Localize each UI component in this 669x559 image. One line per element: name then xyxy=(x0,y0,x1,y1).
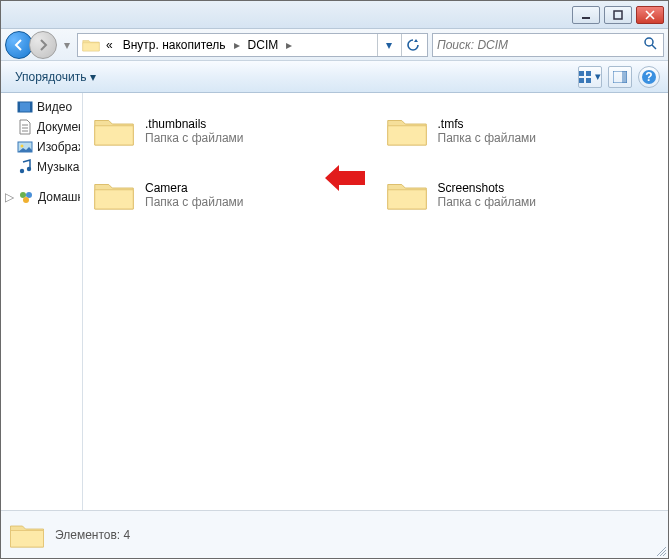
refresh-button[interactable] xyxy=(401,34,423,56)
breadcrumb-root[interactable]: « xyxy=(102,36,117,54)
chevron-right-icon[interactable]: ▸ xyxy=(284,38,294,52)
maximize-button[interactable] xyxy=(604,6,632,24)
sidebar-item-label: Музыка xyxy=(37,160,79,174)
svg-point-2 xyxy=(645,38,653,46)
organize-menu[interactable]: Упорядочить ▾ xyxy=(9,66,102,88)
sidebar-item-homegroup[interactable]: ▷ Домашняя группа xyxy=(3,187,80,207)
svg-point-20 xyxy=(23,197,29,203)
sidebar-item-documents[interactable]: Документы xyxy=(3,117,80,137)
svg-point-15 xyxy=(21,145,24,148)
address-bar[interactable]: « Внутр. накопитель ▸ DCIM ▸ ▾ xyxy=(77,33,428,57)
folder-icon xyxy=(9,520,45,550)
folder-name: .thumbnails xyxy=(145,117,244,131)
folder-icon xyxy=(93,177,135,213)
arrow-right-icon xyxy=(36,38,50,52)
svg-rect-11 xyxy=(18,102,32,112)
folder-item-tmfs[interactable]: .tmfs Папка с файлами xyxy=(382,103,663,159)
organize-label: Упорядочить xyxy=(15,70,86,84)
video-icon xyxy=(17,99,33,115)
content-area[interactable]: .thumbnails Папка с файлами .tmfs Папка … xyxy=(83,93,668,510)
document-icon xyxy=(17,119,33,135)
chevron-right-icon[interactable]: ▸ xyxy=(232,38,242,52)
folder-type: Папка с файлами xyxy=(145,131,244,145)
svg-rect-8 xyxy=(622,71,627,83)
search-icon[interactable] xyxy=(641,36,659,53)
body: Видео Документы Изображения Музыка ▷ Дом… xyxy=(1,93,668,510)
music-icon xyxy=(17,159,33,175)
expand-icon: ▷ xyxy=(5,190,14,204)
address-dropdown[interactable]: ▾ xyxy=(377,34,399,56)
svg-point-19 xyxy=(26,192,32,198)
explorer-window: ▾ « Внутр. накопитель ▸ DCIM ▸ ▾ xyxy=(0,0,669,559)
svg-text:?: ? xyxy=(645,70,652,84)
svg-rect-13 xyxy=(30,102,32,112)
folder-name: .tmfs xyxy=(438,117,537,131)
breadcrumb-segment[interactable]: DCIM xyxy=(244,36,283,54)
folder-name: Screenshots xyxy=(438,181,537,195)
folder-type: Папка с файлами xyxy=(145,195,244,209)
image-icon xyxy=(17,139,33,155)
maximize-icon xyxy=(613,10,623,20)
folder-item-thumbnails[interactable]: .thumbnails Папка с файлами xyxy=(89,103,370,159)
folder-icon xyxy=(386,177,428,213)
status-text: Элементов: 4 xyxy=(55,528,130,542)
sidebar-item-label: Видео xyxy=(37,100,72,114)
folder-type: Папка с файлами xyxy=(438,195,537,209)
folder-item-screenshots[interactable]: Screenshots Папка с файлами xyxy=(382,167,663,223)
sidebar-item-label: Домашняя группа xyxy=(38,190,80,204)
preview-pane-icon xyxy=(613,71,627,83)
svg-rect-12 xyxy=(18,102,20,112)
statusbar: Элементов: 4 xyxy=(1,510,668,558)
svg-rect-1 xyxy=(614,11,622,19)
minimize-button[interactable] xyxy=(572,6,600,24)
sidebar: Видео Документы Изображения Музыка ▷ Дом… xyxy=(1,93,83,510)
folder-type: Папка с файлами xyxy=(438,131,537,145)
svg-point-17 xyxy=(27,167,31,171)
svg-rect-6 xyxy=(586,78,591,83)
toolbar: Упорядочить ▾ ▾ ? xyxy=(1,61,668,93)
sidebar-item-images[interactable]: Изображения xyxy=(3,137,80,157)
help-button[interactable]: ? xyxy=(638,66,660,88)
search-box[interactable] xyxy=(432,33,664,57)
search-input[interactable] xyxy=(437,38,641,52)
minimize-icon xyxy=(581,10,591,20)
callout-arrow-icon xyxy=(325,165,365,191)
breadcrumb-segment[interactable]: Внутр. накопитель xyxy=(119,36,230,54)
folder-icon xyxy=(386,113,428,149)
svg-point-16 xyxy=(20,169,24,173)
tiles-icon xyxy=(579,71,592,83)
sidebar-item-label: Документы xyxy=(37,120,80,134)
sidebar-item-videos[interactable]: Видео xyxy=(3,97,80,117)
chevron-down-icon: ▾ xyxy=(90,70,96,84)
svg-rect-4 xyxy=(586,71,591,76)
sidebar-item-music[interactable]: Музыка xyxy=(3,157,80,177)
nav-buttons xyxy=(5,31,57,59)
resize-grip[interactable] xyxy=(654,544,666,556)
folder-name: Camera xyxy=(145,181,244,195)
svg-rect-3 xyxy=(579,71,584,76)
folder-icon xyxy=(93,113,135,149)
svg-rect-5 xyxy=(579,78,584,83)
sidebar-item-label: Изображения xyxy=(37,140,80,154)
titlebar xyxy=(1,1,668,29)
folder-icon xyxy=(82,37,100,53)
close-button[interactable] xyxy=(636,6,664,24)
navbar: ▾ « Внутр. накопитель ▸ DCIM ▸ ▾ xyxy=(1,29,668,61)
close-icon xyxy=(645,10,655,20)
nav-history-dropdown[interactable]: ▾ xyxy=(61,38,73,52)
help-icon: ? xyxy=(641,69,657,85)
forward-button[interactable] xyxy=(29,31,57,59)
arrow-left-icon xyxy=(12,38,26,52)
homegroup-icon xyxy=(18,189,34,205)
refresh-icon xyxy=(406,38,420,52)
preview-pane-button[interactable] xyxy=(608,66,632,88)
svg-rect-0 xyxy=(582,17,590,19)
view-menu[interactable]: ▾ xyxy=(578,66,602,88)
svg-point-18 xyxy=(20,192,26,198)
